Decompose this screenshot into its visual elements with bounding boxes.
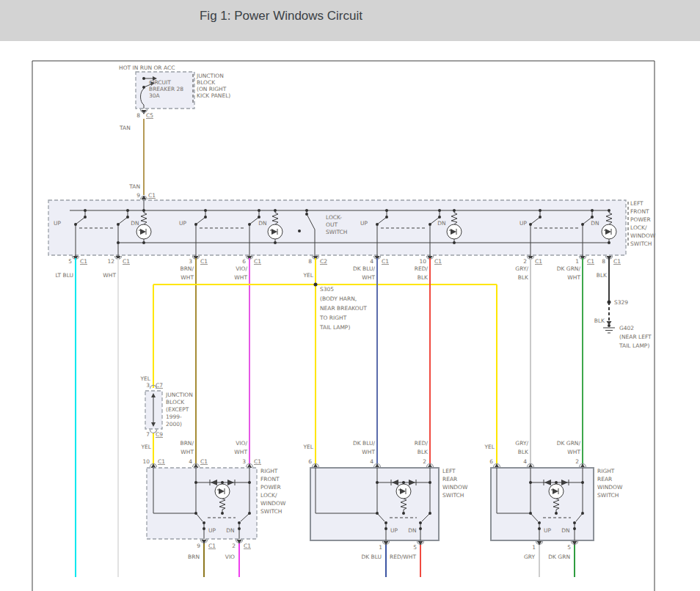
pin-number: 6 <box>242 258 246 265</box>
component-name: SWITCH <box>597 492 619 499</box>
connector-arcs <box>536 541 578 545</box>
splice-label: S329 <box>614 299 628 306</box>
component-name: LOCK/ <box>260 492 277 499</box>
pin-number: 4 <box>370 458 373 465</box>
wire-color-label: WHT <box>362 449 375 455</box>
pin-number: 4 <box>189 458 192 465</box>
connector-ref: C1 <box>244 543 251 549</box>
wire-color-label: DK BLU/ <box>353 440 376 447</box>
wire-color-label: WHT <box>181 449 194 455</box>
component-name: LEFT <box>442 468 456 474</box>
pin-number: 3 <box>146 382 150 389</box>
connector-ref: C1 <box>200 258 208 265</box>
wire-color-label: LT BLU <box>55 272 73 279</box>
diagram-canvas: Fig 1: Power Windows Circuit HOT IN RUN … <box>0 0 700 591</box>
connector-ref: C1 <box>434 258 442 265</box>
pin-number: 7 <box>146 431 150 438</box>
wire-color-label: VIO/ <box>236 440 247 447</box>
component-name: REAR <box>597 476 612 482</box>
pin-number: 1 <box>532 544 536 551</box>
pin-number: 8 <box>136 112 140 119</box>
wire-color-label: BRN/ <box>181 265 194 272</box>
lockout-label: SWITCH <box>326 229 347 235</box>
wire-color-label: VIO/ <box>236 265 247 272</box>
connector-ref: C1 <box>158 458 165 465</box>
wire-color-label: BLK <box>518 274 529 281</box>
wiring-diagram-page: Fig 1: Power Windows Circuit HOT IN RUN … <box>0 0 700 591</box>
splice-label: NEAR BREAKOUT <box>320 305 367 312</box>
junction-block-2: YEL 3 C7 JUNCTION BLOCK (EXCEPT 1999- 20… <box>140 375 193 438</box>
junction-block-label: KICK PANEL) <box>197 92 230 99</box>
dn-label: DN <box>408 527 416 534</box>
right-rear-switch-box <box>491 468 594 540</box>
wire-color-label: YEL <box>141 444 152 450</box>
wire-color-label: VIO <box>225 554 235 560</box>
pin-number: 6 <box>308 458 312 465</box>
left-front-master-switch: UP DN UP DN UP DN UP DN LOCK- OUT SWITCH… <box>48 200 656 260</box>
wire-color-label: WHT <box>181 274 194 281</box>
dn-label: DN <box>591 220 599 227</box>
connector-arcs <box>150 464 586 468</box>
splices-and-ground: S305 (BODY HARN, NEAR BREAKOUT TO RIGHT … <box>314 283 652 350</box>
up-label: UP <box>179 220 186 227</box>
wire-color-label: WHT <box>103 272 116 279</box>
connector-ref: C1 <box>587 258 594 265</box>
mid-row-labels: YEL BRN/ WHT VIO/ WHT 10C1 4C1 3C1 YEL D… <box>141 440 586 468</box>
up-label: UP <box>54 220 61 227</box>
pin-number: 10 <box>419 258 426 265</box>
wire-color-label: BLK <box>597 272 608 279</box>
lockout-label: OUT <box>326 221 338 228</box>
lockout-label: LOCK- <box>326 214 342 221</box>
dn-label: DN <box>226 527 234 534</box>
page-title: Fig 1: Power Windows Circuit <box>200 9 362 23</box>
component-name: 2000) <box>166 421 182 427</box>
junction-block-label: JUNCTION <box>196 73 224 79</box>
pin-number: 2 <box>232 543 236 549</box>
connector-ref: C9 <box>156 431 163 438</box>
wire-color-label: WHT <box>567 274 580 281</box>
pin-number: 6 <box>489 458 493 465</box>
component-name: BLOCK <box>166 399 185 405</box>
component-name: REAR <box>442 476 457 482</box>
pin-number: 1 <box>575 258 579 265</box>
pin-number: 9 <box>197 543 200 549</box>
wire-color-label: WHT <box>234 274 247 281</box>
dn-label: DN <box>437 220 445 227</box>
pin-number: 1 <box>379 544 382 551</box>
component-name: LEFT <box>630 200 644 207</box>
wire-color-label: TAN <box>119 125 131 131</box>
up-label: UP <box>360 220 368 227</box>
connector-ref: C1 <box>200 458 208 465</box>
wire-color-label: DK GRN/ <box>557 440 581 447</box>
connector-arcs <box>383 541 424 545</box>
left-rear-switch: UP DN LEFT REAR WINDOW SWITCH 1 5 DK BLU… <box>310 468 468 560</box>
wire-color-label: GRY/ <box>515 440 528 447</box>
pin-number: 12 <box>107 258 114 265</box>
dn-label: DN <box>131 220 139 227</box>
wire-color-label: DK BLU <box>361 554 382 560</box>
feed-circuit-breaker: HOT IN RUN OR ACC CIRCUIT BREAKER 28 30A… <box>119 65 230 199</box>
wire-color-label: RED/ <box>415 440 429 447</box>
wire-color-label: WHT <box>234 449 247 455</box>
hot-feed-label: HOT IN RUN OR ACC <box>119 65 175 71</box>
wire-color-label: DK GRN <box>548 554 570 560</box>
breaker-label: 30A <box>149 92 161 99</box>
component-name: SWITCH <box>630 241 652 247</box>
component-name: RIGHT <box>597 468 615 474</box>
up-label: UP <box>544 527 551 534</box>
pin-arrow <box>142 196 147 200</box>
component-name: RIGHT <box>260 468 278 474</box>
title-bar: Fig 1: Power Windows Circuit <box>0 0 700 41</box>
pin-number: 5 <box>567 544 571 551</box>
ground-symbol <box>603 328 615 333</box>
dn-label: DN <box>258 220 266 227</box>
right-rear-switch: UP DN RIGHT REAR WINDOW SWITCH 1 5 GRY D… <box>491 468 623 560</box>
wire-color-label: YEL <box>303 444 314 450</box>
connector-ref: C1 <box>123 258 130 265</box>
component-name: WINDOW <box>260 500 286 507</box>
wire-color-label: GRY/ <box>515 265 528 272</box>
wire-color-label: BLK <box>594 317 605 324</box>
pin-number: 2 <box>523 258 527 265</box>
wire-color-label: BLK <box>518 449 529 455</box>
pin-number: 2 <box>575 458 579 465</box>
